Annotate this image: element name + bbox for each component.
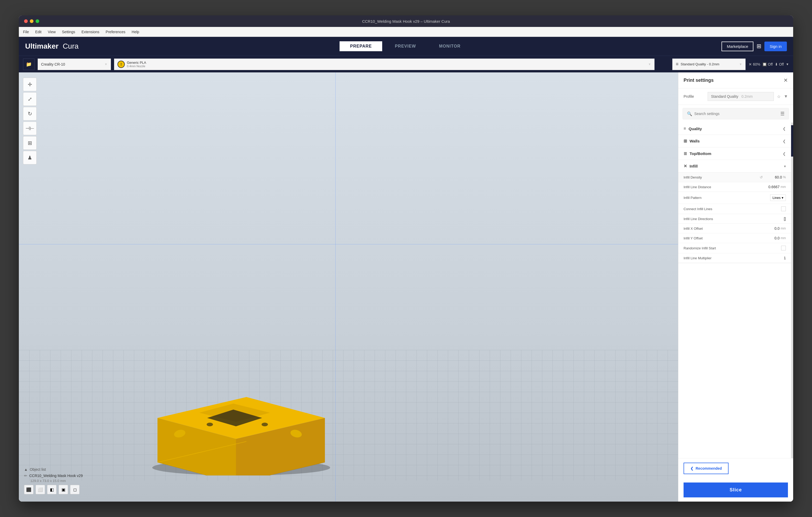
mirror-tool[interactable]: ⊣⊢: [23, 122, 37, 135]
printer-selector[interactable]: Creality CR-10 ▼: [38, 59, 111, 70]
infill-line-dirs-label: Infill Line Directions: [684, 217, 763, 221]
infill-line-distance-value: 0.6667 mm: [765, 185, 786, 189]
section-infill: ✕ Infill ▾ Infill Density ↺ 60.0 %: [678, 160, 791, 263]
toolbar: 📁 Creality CR-10 ▼ ! Generic PLA 0.4mm N…: [19, 56, 793, 72]
randomize-infill-row: Randomize Infill Start: [678, 243, 791, 253]
infill-pattern-dropdown[interactable]: Lines ▾: [770, 194, 786, 201]
titlebar: CCR10_Welding Mask Hook v29 – Ultimaker …: [19, 16, 793, 27]
rotate-tool[interactable]: ↻: [23, 107, 37, 121]
view-xray-btn[interactable]: ◧: [47, 485, 57, 494]
randomize-infill-label: Randomize Infill Start: [684, 246, 779, 250]
ps-search: 🔍 ☰: [683, 108, 789, 119]
walls-chevron-icon: ❮: [783, 139, 786, 143]
infill-setting: ✕ 60%: [749, 62, 760, 66]
infill-pattern-label: Infill Pattern: [684, 196, 768, 200]
menubar: File Edit View Settings Extensions Prefe…: [19, 27, 793, 37]
support-label: Off: [768, 62, 773, 66]
view-solid-btn[interactable]: ⬛: [24, 485, 33, 494]
printer-name: Creality CR-10: [41, 62, 102, 66]
menu-settings[interactable]: Settings: [62, 30, 75, 34]
marketplace-button[interactable]: Marketplace: [722, 41, 753, 51]
ps-close-button[interactable]: ✕: [783, 77, 788, 83]
menu-preferences[interactable]: Preferences: [106, 30, 125, 34]
bottom-icons: ⬛ ⬜ ◧ ▣ ◻: [24, 485, 443, 494]
left-toolbar: ✛ ⤢ ↻ ⊣⊢ ⊞ ♟: [23, 78, 37, 164]
window-title: CCR10_Welding Mask Hook v29 – Ultimaker …: [362, 19, 450, 24]
infill-section-icon: ✕: [684, 163, 687, 169]
toolbar-more-arrow[interactable]: ▼: [786, 62, 789, 66]
section-quality[interactable]: ≡ Quality ❮: [678, 123, 791, 135]
menu-help[interactable]: Help: [132, 30, 139, 34]
ps-profile-value: Standard Quality 0.2mm: [707, 92, 774, 101]
support-tool[interactable]: ♟: [23, 151, 37, 164]
infill-line-dirs-number: []: [784, 217, 786, 221]
material-dropdown-arrow: ▼: [648, 62, 651, 66]
viewport[interactable]: ✛ ⤢ ↻ ⊣⊢ ⊞ ♟: [19, 72, 678, 501]
object-list-label: Object list: [30, 467, 46, 472]
infill-section-header[interactable]: ✕ Infill ▾: [678, 160, 791, 173]
printer-dropdown-arrow: ▼: [105, 62, 108, 66]
material-selector[interactable]: ! Generic PLA 0.4mm Nozzle ▼: [114, 59, 655, 70]
topbottom-section-icon: ≣: [684, 151, 687, 156]
view-material-btn[interactable]: ◻: [70, 485, 80, 494]
move-tool[interactable]: ✛: [23, 78, 37, 91]
ps-profile-chevron-icon[interactable]: ▼: [784, 94, 788, 99]
quality-section-label: Quality: [689, 126, 702, 131]
nav-prepare[interactable]: PREPARE: [340, 41, 382, 51]
search-input[interactable]: [694, 112, 778, 116]
infill-pattern-value: Lines: [773, 196, 781, 200]
signin-button[interactable]: Sign in: [764, 41, 787, 51]
ps-scrollbar-thumb[interactable]: [791, 125, 793, 157]
topbottom-section-label: Top/Bottom: [690, 151, 711, 156]
ps-slice-section: Slice: [678, 478, 793, 501]
infill-x-offset-number: 0.0: [775, 226, 780, 231]
ps-header: Print settings ✕: [678, 72, 793, 88]
ps-scrollbar[interactable]: [791, 123, 793, 458]
model-area: [40, 350, 443, 476]
app-header: Ultimaker Cura PREPARE PREVIEW MONITOR M…: [19, 37, 793, 56]
maximize-dot[interactable]: [36, 19, 39, 23]
ps-sections[interactable]: ≡ Quality ❮ ⊞ Walls ❮: [678, 123, 793, 458]
ps-profile-name: Standard Quality: [711, 94, 738, 98]
recommended-button[interactable]: ❮ Recommended: [684, 463, 729, 474]
folder-button[interactable]: 📁: [23, 59, 34, 70]
randomize-infill-checkbox[interactable]: [781, 246, 786, 250]
infill-line-dirs-value: []: [765, 217, 786, 221]
arrange-tool[interactable]: ⊞: [23, 136, 37, 150]
quality-icon: ≡: [676, 61, 678, 67]
support-setting: 🔲 Off: [762, 62, 773, 66]
infill-line-mult-value: 1: [765, 256, 786, 260]
logo-cura: Cura: [63, 42, 79, 51]
quality-selector[interactable]: ≡ Standard Quality - 0.2mm ▼: [672, 59, 746, 70]
menu-edit[interactable]: Edit: [35, 30, 41, 34]
connect-infill-checkbox[interactable]: [781, 207, 786, 211]
menu-extensions[interactable]: Extensions: [81, 30, 99, 34]
object-list-toggle[interactable]: ▲: [24, 467, 28, 472]
nav-monitor[interactable]: MONITOR: [429, 41, 471, 51]
ps-profile-label: Profile: [684, 94, 704, 98]
close-dot[interactable]: [24, 19, 28, 23]
infill-pattern-chevron: ▾: [782, 196, 783, 200]
object-edit-icon: ✏: [24, 474, 27, 478]
menu-file[interactable]: File: [23, 30, 29, 34]
logo: Ultimaker Cura: [25, 42, 79, 51]
object-list: ▲ Object list ✏ CCR10_Welding Mask Hook …: [19, 464, 448, 497]
slice-button[interactable]: Slice: [684, 483, 788, 497]
view-layer-btn[interactable]: ▣: [59, 485, 68, 494]
menu-icon[interactable]: ☰: [780, 111, 785, 117]
infill-density-label: Infill Density: [684, 175, 758, 179]
material-name: Generic PLA: [127, 61, 646, 65]
quality-label: Standard Quality - 0.2mm: [681, 62, 737, 66]
section-walls[interactable]: ⊞ Walls ❮: [678, 135, 791, 147]
minimize-dot[interactable]: [30, 19, 33, 23]
nav-preview[interactable]: PREVIEW: [384, 41, 427, 51]
menu-view[interactable]: View: [48, 30, 56, 34]
infill-line-distance-unit: mm: [781, 185, 786, 189]
grid-icon[interactable]: ⊞: [757, 43, 761, 50]
infill-density-reset-icon[interactable]: ↺: [760, 175, 763, 179]
scale-tool[interactable]: ⤢: [23, 92, 37, 106]
walls-section-label: Walls: [690, 139, 700, 143]
ps-profile-star-icon[interactable]: ☆: [777, 94, 781, 99]
view-wire-btn[interactable]: ⬜: [36, 485, 45, 494]
section-topbottom[interactable]: ≣ Top/Bottom ❮: [678, 147, 791, 160]
